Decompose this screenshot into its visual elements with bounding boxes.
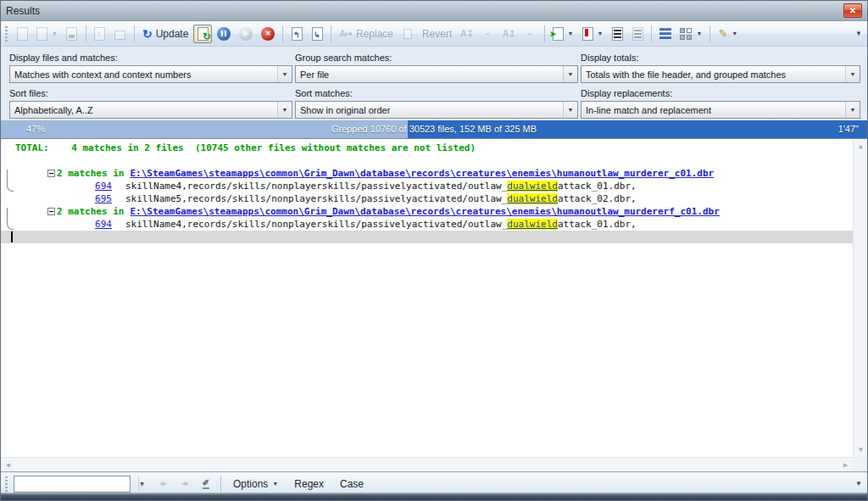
revert-all-button[interactable]: ⌐ [521, 25, 540, 43]
file-path-link[interactable]: E:\SteamGames\steamapps\common\Grim_Dawn… [130, 168, 714, 179]
vertical-scrollbar[interactable]: ▲ ▼ [853, 139, 867, 457]
quick-search-input[interactable] [14, 477, 138, 491]
chevron-down-icon: ▼ [563, 102, 577, 118]
scroll-up-icon[interactable]: ▲ [854, 139, 867, 153]
highlight-all-button[interactable]: ✐ [197, 475, 215, 493]
file-list-icon [612, 27, 623, 41]
chevron-down-icon: ▼ [696, 31, 702, 36]
scroll-left-icon[interactable]: ◀ [1, 458, 15, 472]
toolbar-overflow-icon[interactable]: ▼ [855, 30, 864, 37]
revert-all-icon: ⌐ [528, 29, 533, 38]
line-number-link[interactable]: 694 [76, 218, 112, 231]
display-totals-select[interactable]: Totals with the file header, and grouped… [581, 65, 860, 83]
find-previous-button[interactable]: ↞ [154, 475, 173, 493]
display-options-panel: Display files and matches: Matches with … [1, 47, 867, 120]
replace-in-file-button[interactable] [398, 25, 417, 43]
options-label: Options [233, 478, 268, 490]
file-path-link[interactable]: E:\SteamGames\steamapps\common\Grim_Dawn… [130, 206, 719, 217]
replace-button[interactable]: A↦ Replace [336, 25, 397, 43]
scroll-down-icon[interactable]: ▼ [854, 443, 867, 457]
replace-match-button[interactable]: A↧ [457, 25, 477, 43]
toolbar-separator [282, 25, 283, 42]
file-header: 2 matches inE:\SteamGames\steamapps\comm… [1, 154, 853, 167]
line-number-link[interactable]: 694 [76, 180, 112, 192]
resume-icon: ▶ [239, 27, 253, 41]
auto-update-toggle[interactable]: ↻ [193, 25, 212, 43]
display-replacements-select[interactable]: In-line match and replacement ▼ [581, 101, 860, 119]
collapse-icon[interactable] [47, 208, 55, 215]
match-context-before: skillName5,records/skills/nonplayerskill… [125, 193, 507, 204]
layout-icon [680, 28, 692, 40]
find-previous-icon: ↞ [160, 479, 167, 488]
save-button[interactable] [63, 25, 81, 43]
resume-button[interactable]: ▶ [236, 25, 256, 43]
sort-files-select[interactable]: Alphabetically, A..Z ▼ [9, 101, 292, 119]
case-label: Case [340, 478, 364, 490]
sort-matches-select[interactable]: Show in original order ▼ [295, 101, 578, 119]
previous-file-icon: ↰ [292, 27, 303, 41]
revert-match-button[interactable]: ⌐ [479, 25, 498, 43]
bottombar-grip[interactable] [4, 476, 8, 492]
regex-toggle[interactable]: Regex [287, 476, 331, 493]
horizontal-scrollbar[interactable]: ◀ ▶ [1, 457, 853, 471]
pause-button[interactable] [214, 25, 234, 43]
word-wrap-button[interactable] [656, 25, 675, 43]
replace-all-button[interactable]: A↥ [499, 25, 520, 43]
find-next-icon: ↠ [181, 479, 188, 488]
next-file-button[interactable]: ↳ [308, 25, 326, 43]
quick-search-box: ▼ [14, 476, 131, 493]
close-icon[interactable]: ✕ [843, 3, 862, 18]
find-first-icon: ⌕ [140, 479, 145, 489]
selected-value: Per file [296, 70, 329, 80]
results-pane[interactable]: TOTAL: 4 matches in 2 files (10745 other… [1, 138, 867, 472]
filter-label: Display totals: [581, 53, 860, 65]
revert-button[interactable]: Revert [419, 25, 455, 43]
file-list-alt-icon [632, 27, 643, 41]
filter-label: Sort files: [9, 88, 292, 101]
toolbar-separator [220, 476, 221, 493]
bottombar-overflow-icon[interactable]: ▼ [855, 480, 864, 487]
replace-all-icon: A↥ [503, 29, 516, 38]
layout-button[interactable]: ▼ [676, 25, 705, 43]
group-matches-select[interactable]: Per file ▼ [295, 65, 578, 83]
match-context-after: attack_02.dbr, [558, 193, 637, 204]
next-file-icon: ↳ [312, 27, 323, 41]
stop-button[interactable]: ✕ [258, 25, 278, 43]
chevron-down-icon: ▼ [563, 66, 577, 82]
line-number-link[interactable]: 695 [76, 192, 112, 205]
update-button[interactable]: ↻ Update [139, 25, 192, 43]
open-button[interactable]: ▼ [33, 25, 61, 43]
revert-match-icon: ⌐ [486, 29, 491, 38]
match-highlight[interactable]: dualwield [507, 193, 558, 204]
highlighter-icon: ✐ [203, 478, 209, 489]
title-bar: Results ✕ [1, 1, 867, 21]
print-button[interactable] [111, 25, 130, 43]
match-highlight[interactable]: dualwield [507, 219, 558, 230]
filter-display-files: Display files and matches: Matches with … [9, 51, 292, 85]
filter-display-replacements: Display replacements: In-line match and … [581, 86, 860, 120]
find-first-button[interactable]: ⌕ [133, 475, 152, 493]
open-in-editor-button[interactable]: ➤▼ [549, 25, 577, 43]
scroll-right-icon[interactable]: ▶ [838, 458, 853, 472]
copy-results-button[interactable]: ↑ [91, 25, 109, 43]
total-line: TOTAL: 4 matches in 2 files (10745 other… [1, 142, 853, 154]
previous-file-button[interactable]: ↰ [287, 25, 306, 43]
match-highlight[interactable]: dualwield [507, 181, 558, 192]
chevron-down-icon: ▼ [568, 31, 574, 36]
edit-button[interactable]: ✎▼ [715, 25, 741, 43]
new-document-button[interactable] [13, 25, 31, 43]
bookmark-button[interactable]: ▼ [579, 25, 607, 43]
case-toggle[interactable]: Case [333, 476, 370, 493]
chevron-down-icon: ▼ [598, 31, 604, 36]
display-files-select[interactable]: Matches with context and context numbers… [9, 65, 292, 83]
toolbar-grip[interactable] [4, 26, 8, 42]
collapse-icon[interactable] [47, 170, 55, 177]
find-next-button[interactable]: ↠ [175, 475, 194, 493]
file-list-alt-button[interactable] [628, 25, 647, 43]
options-button[interactable]: Options ▼ [226, 476, 285, 493]
refresh-icon: ↻ [142, 28, 153, 40]
file-list-button[interactable] [608, 25, 626, 43]
toolbar-separator [709, 25, 710, 42]
filter-label: Group search matches: [295, 53, 578, 65]
chevron-down-icon: ▼ [732, 31, 737, 36]
